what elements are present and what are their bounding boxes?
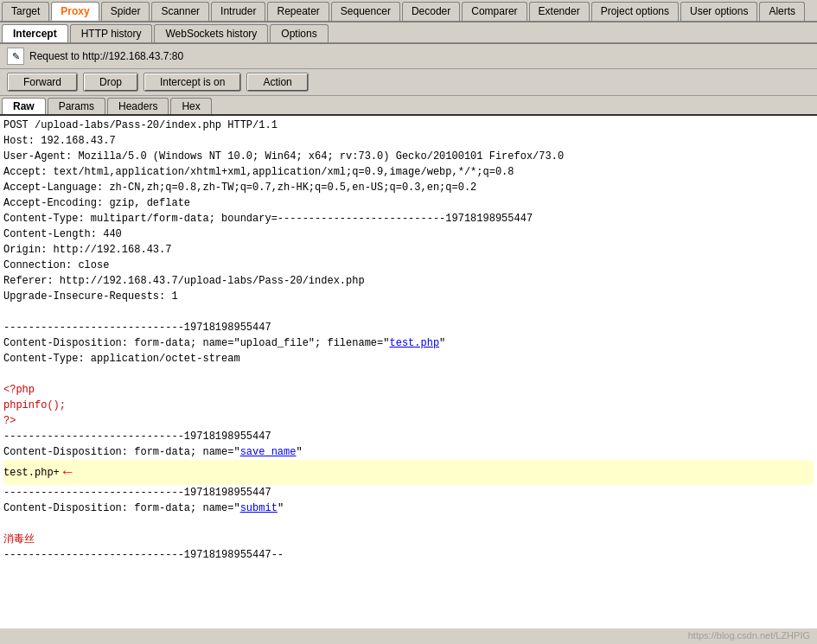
line-19: Content-Disposition: form-data; name="sa… (3, 444, 814, 460)
tab-decoder[interactable]: Decoder (402, 2, 460, 21)
line-2: Host: 192.168.43.7 (3, 133, 814, 149)
top-tab-bar: Target Proxy Spider Scanner Intruder Rep… (0, 0, 817, 22)
tab-hex[interactable]: Hex (170, 98, 211, 114)
line-17 (3, 367, 814, 382)
line-14: -----------------------------19718198955… (3, 320, 814, 335)
line-15: Content-Disposition: form-data; name="up… (3, 335, 814, 351)
upload-file-link[interactable]: test.php (389, 337, 439, 349)
tab-repeater[interactable]: Repeater (267, 2, 329, 21)
tab-user-options[interactable]: User options (680, 2, 757, 21)
line-23: -----------------------------19718198955… (3, 547, 814, 563)
content-tab-bar: Raw Params Headers Hex (0, 96, 817, 116)
tab-options[interactable]: Options (270, 24, 328, 42)
tab-http-history[interactable]: HTTP history (70, 24, 153, 42)
test-php-value: test.php+ (3, 465, 60, 481)
line-21: Content-Disposition: form-data; name="su… (3, 501, 814, 516)
submit-link[interactable]: submit (240, 502, 278, 514)
line-16: Content-Type: application/octet-stream (3, 351, 814, 367)
request-content[interactable]: POST /upload-labs/Pass-20/index.php HTTP… (0, 116, 817, 628)
highlighted-line: test.php+ ← (3, 460, 814, 485)
line-3: User-Agent: Mozilla/5.0 (Windows NT 10.0… (3, 149, 814, 164)
tab-headers[interactable]: Headers (107, 98, 169, 114)
tab-alerts[interactable]: Alerts (759, 2, 805, 21)
request-url: Request to http://192.168.43.7:80 (29, 50, 183, 62)
line-6: Accept-Encoding: gzip, deflate (3, 195, 814, 211)
tab-extender[interactable]: Extender (529, 2, 590, 21)
tab-intruder[interactable]: Intruder (211, 2, 265, 21)
save-name-link[interactable]: save_name (240, 446, 297, 458)
edit-icon[interactable]: ✎ (7, 48, 24, 65)
line-8: Content-Length: 440 (3, 226, 814, 242)
line-chinese: 消毒丝 (3, 532, 814, 547)
line-12: Upgrade-Insecure-Requests: 1 (3, 289, 814, 304)
tab-project-options[interactable]: Project options (591, 2, 679, 21)
tab-raw[interactable]: Raw (2, 98, 46, 114)
tab-spider[interactable]: Spider (101, 2, 150, 21)
drop-button[interactable]: Drop (83, 73, 138, 92)
line-1: POST /upload-labs/Pass-20/index.php HTTP… (3, 118, 814, 133)
request-bar: ✎ Request to http://192.168.43.7:80 (0, 44, 817, 69)
tab-target[interactable]: Target (2, 2, 49, 21)
forward-button[interactable]: Forward (7, 73, 78, 92)
watermark: https://blog.csdn.net/LZHPIG (688, 630, 810, 641)
line-php-close: ?> (3, 413, 814, 429)
tab-sequencer[interactable]: Sequencer (331, 2, 400, 21)
tab-comparer[interactable]: Comparer (462, 2, 527, 21)
tab-websockets-history[interactable]: WebSockets history (154, 24, 268, 42)
line-phpinfo: phpinfo(); (3, 398, 814, 413)
tab-intercept[interactable]: Intercept (2, 24, 68, 42)
line-22 (3, 516, 814, 532)
buttons-bar: Forward Drop Intercept is on Action (0, 69, 817, 96)
line-20: -----------------------------19718198955… (3, 485, 814, 501)
line-php-open: <?php (3, 382, 814, 398)
line-18: -----------------------------19718198955… (3, 429, 814, 444)
line-11: Referer: http://192.168.43.7/upload-labs… (3, 273, 814, 289)
line-7: Content-Type: multipart/form-data; bound… (3, 211, 814, 226)
second-tab-bar: Intercept HTTP history WebSockets histor… (0, 22, 817, 44)
action-button[interactable]: Action (246, 73, 308, 92)
line-4: Accept: text/html,application/xhtml+xml,… (3, 164, 814, 180)
tab-params[interactable]: Params (48, 98, 105, 114)
line-5: Accept-Language: zh-CN,zh;q=0.8,zh-TW;q=… (3, 180, 814, 195)
line-10: Connection: close (3, 258, 814, 273)
intercept-button[interactable]: Intercept is on (144, 73, 241, 92)
line-13 (3, 304, 814, 320)
line-9: Origin: http://192.168.43.7 (3, 242, 814, 258)
tab-scanner[interactable]: Scanner (151, 2, 209, 21)
tab-proxy[interactable]: Proxy (51, 2, 99, 21)
arrow-icon: ← (63, 461, 73, 484)
